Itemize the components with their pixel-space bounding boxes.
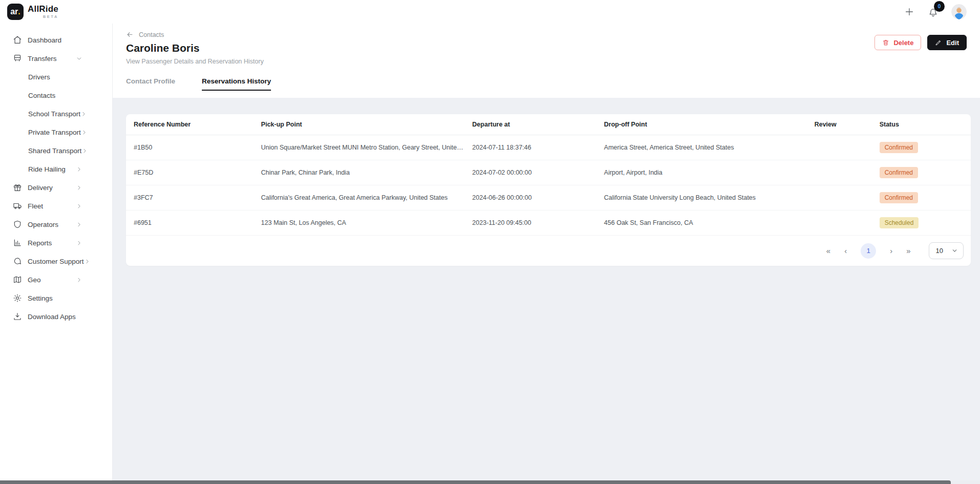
sidebar-item-customer-support[interactable]: Customer Support	[0, 252, 112, 270]
notifications-bell-icon[interactable]: 0	[927, 6, 939, 18]
table-row[interactable]: #1B50Union Square/Market Street MUNI Met…	[126, 135, 971, 160]
chevron-right-icon	[80, 111, 87, 117]
page-size-select[interactable]: 10	[929, 242, 964, 259]
cell-status: Confirmed	[875, 185, 971, 211]
chevron-right-icon	[76, 221, 82, 228]
cell-status: Scheduled	[875, 211, 971, 236]
pagination-next-button[interactable]: ›	[890, 247, 892, 255]
chevron-right-icon	[76, 166, 82, 173]
pencil-icon	[935, 39, 942, 46]
sidebar-item-label: Private Transport	[28, 129, 81, 136]
horizontal-scrollbar-thumb[interactable]	[0, 480, 951, 484]
pagination-prev-button[interactable]: ‹	[844, 247, 847, 255]
table-row[interactable]: #E75DChinar Park, Chinar Park, India2024…	[126, 160, 971, 185]
cell-status: Confirmed	[875, 135, 971, 160]
sidebar-item-label: Operators	[28, 221, 58, 228]
cell-dropoff: California State University Long Beach, …	[600, 185, 810, 211]
sidebar-item-label: Transfers	[28, 55, 57, 62]
cell-pickup: Union Square/Market Street MUNI Metro St…	[257, 135, 468, 160]
sidebar-item-fleet[interactable]: Fleet	[0, 197, 112, 215]
sidebar-item-label: Delivery	[28, 184, 53, 192]
tab-contact-profile[interactable]: Contact Profile	[126, 77, 175, 91]
sidebar-item-shared-transport[interactable]: Shared Transport	[0, 141, 112, 160]
sidebar-item-settings[interactable]: Settings	[0, 289, 112, 307]
cell-dropoff: Airport, Airport, India	[600, 160, 810, 185]
sidebar-item-label: Download Apps	[28, 313, 76, 321]
sidebar-item-label: School Transport	[28, 110, 80, 118]
pagination-last-button[interactable]: »	[906, 247, 910, 255]
column-header-review: Review	[810, 114, 875, 135]
chevron-right-icon	[76, 184, 82, 191]
sidebar-item-label: Contacts	[28, 92, 55, 99]
sidebar-item-transfers[interactable]: Transfers	[0, 49, 112, 68]
sidebar-item-reports[interactable]: Reports	[0, 234, 112, 252]
edit-button[interactable]: Edit	[927, 35, 967, 50]
breadcrumb-contacts-link[interactable]: Contacts	[139, 31, 164, 38]
cell-departure: 2024-07-11 18:37:46	[468, 135, 600, 160]
sidebar-item-geo[interactable]: Geo	[0, 270, 112, 289]
sidebar-item-private-transport[interactable]: Private Transport	[0, 123, 112, 141]
sidebar-item-dashboard[interactable]: Dashboard	[0, 31, 112, 49]
column-header-pick-up-point: Pick-up Point	[257, 114, 468, 135]
cell-pickup: Chinar Park, Chinar Park, India	[257, 160, 468, 185]
download-icon	[13, 312, 22, 321]
chevron-right-icon	[76, 277, 82, 283]
cell-review	[810, 160, 875, 185]
chart-icon	[13, 238, 22, 247]
sidebar-item-label: Geo	[28, 276, 41, 284]
chevron-right-icon	[84, 258, 91, 265]
bus-icon	[13, 54, 22, 63]
chevron-down-icon	[76, 55, 82, 62]
column-header-reference-number: Reference Number	[126, 114, 257, 135]
delete-button[interactable]: Delete	[874, 35, 921, 50]
tab-reservations-history[interactable]: Reservations History	[202, 77, 271, 91]
notification-count-badge: 0	[934, 1, 945, 12]
chevron-down-icon	[951, 247, 958, 254]
cell-dropoff: 456 Oak St, San Francisco, CA	[600, 211, 810, 236]
table-row[interactable]: #6951123 Main St, Los Angeles, CA2023-11…	[126, 211, 971, 236]
app-logo[interactable]: ar. AllRide BETA	[7, 4, 58, 20]
chat-icon	[13, 257, 22, 266]
reservations-table-card: Reference NumberPick-up PointDeparture a…	[126, 114, 971, 266]
pagination: « ‹ 1 › » 10	[126, 236, 971, 261]
reservations-table: Reference NumberPick-up PointDeparture a…	[126, 114, 971, 236]
sidebar-item-label: Ride Hailing	[28, 165, 66, 173]
sidebar-item-download-apps[interactable]: Download Apps	[0, 307, 112, 326]
pagination-page-1[interactable]: 1	[861, 243, 876, 259]
column-header-status: Status	[875, 114, 971, 135]
cell-status: Confirmed	[875, 160, 971, 185]
sidebar-item-label: Customer Support	[28, 258, 84, 265]
status-badge: Confirmed	[880, 142, 918, 153]
add-icon[interactable]	[904, 6, 915, 17]
truck-icon	[13, 201, 22, 211]
table-row[interactable]: #3FC7California's Great America, Great A…	[126, 185, 971, 211]
sidebar-item-ride-hailing[interactable]: Ride Hailing	[0, 160, 112, 178]
cell-departure: 2023-11-20 09:45:00	[468, 211, 600, 236]
pagination-first-button[interactable]: «	[826, 247, 830, 255]
cell-reference: #E75D	[126, 160, 257, 185]
cell-dropoff: America Street, America Street, United S…	[600, 135, 810, 160]
sidebar-item-drivers[interactable]: Drivers	[0, 68, 112, 86]
user-avatar[interactable]	[951, 4, 967, 19]
page-subtitle: View Passenger Details and Reservation H…	[126, 58, 874, 65]
sidebar-item-school-transport[interactable]: School Transport	[0, 104, 112, 123]
sidebar-item-label: Settings	[28, 294, 53, 302]
sidebar-item-operators[interactable]: Operators	[0, 215, 112, 234]
cell-departure: 2024-07-02 00:00:00	[468, 160, 600, 185]
gear-icon	[13, 293, 22, 303]
topbar: ar. AllRide BETA 0	[0, 0, 980, 24]
back-arrow-icon[interactable]	[126, 31, 134, 38]
sidebar-item-label: Drivers	[28, 73, 50, 81]
status-badge: Confirmed	[880, 192, 918, 203]
cell-departure: 2024-06-26 00:00:00	[468, 185, 600, 211]
sidebar-item-label: Shared Transport	[28, 147, 81, 155]
cell-reference: #1B50	[126, 135, 257, 160]
chevron-right-icon	[76, 240, 82, 246]
breadcrumb: Contacts	[126, 31, 874, 38]
sidebar-item-contacts[interactable]: Contacts	[0, 86, 112, 104]
chevron-right-icon	[76, 203, 82, 209]
brand-name: AllRide	[28, 5, 58, 13]
sidebar-item-delivery[interactable]: Delivery	[0, 178, 112, 197]
sidebar-nav: DashboardTransfersDriversContactsSchool …	[0, 24, 113, 484]
cell-review	[810, 211, 875, 236]
